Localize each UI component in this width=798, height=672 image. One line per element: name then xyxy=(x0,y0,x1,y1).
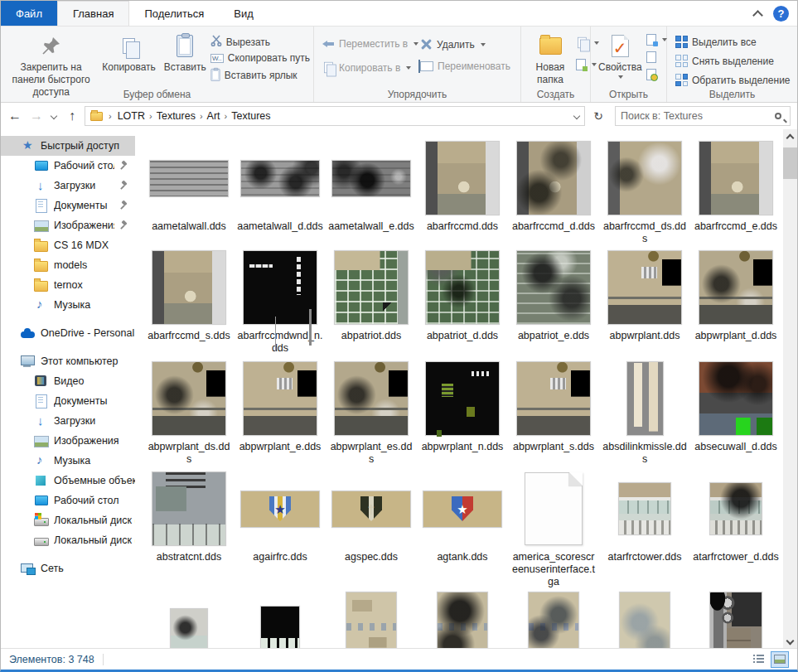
file-item[interactable]: america_scorescreenuserinterface.tga xyxy=(508,470,599,587)
breadcrumb-item[interactable]: Art xyxy=(204,109,224,123)
rename-button[interactable]: Переименовать xyxy=(420,60,510,72)
sidebar-item[interactable]: Сеть xyxy=(1,558,135,578)
file-item[interactable] xyxy=(143,591,235,648)
clipboard-icon xyxy=(177,35,193,57)
file-item[interactable]: abpwrplant.dds xyxy=(599,249,690,342)
file-item[interactable]: ★agtank.dds xyxy=(417,470,508,563)
select-all-button[interactable]: Выделить все xyxy=(675,36,791,48)
address-dropdown-icon[interactable] xyxy=(573,113,581,120)
sidebar-item[interactable]: Музыка xyxy=(1,451,135,471)
sidebar-item[interactable]: Документы xyxy=(1,391,135,411)
details-view-button[interactable] xyxy=(749,651,767,668)
new-folder-button[interactable]: Новая папка xyxy=(525,30,576,89)
file-item[interactable] xyxy=(326,591,417,648)
properties-button[interactable]: Свойства xyxy=(594,30,646,81)
select-none-button[interactable]: Снять выделение xyxy=(675,55,791,67)
sidebar-item[interactable]: Загрузки xyxy=(1,411,135,431)
file-item[interactable]: abpatriot.dds xyxy=(326,249,417,342)
help-button[interactable]: ? xyxy=(773,6,789,22)
file-item[interactable]: absecuwall_d.dds xyxy=(690,360,781,453)
sidebar-item[interactable]: Рабочий стол xyxy=(1,491,135,510)
address-bar[interactable]: › LOTR›Textures›Art›Textures xyxy=(85,106,585,126)
search-icon[interactable] xyxy=(775,113,781,119)
file-item[interactable]: abpwrplant_s.dds xyxy=(508,360,599,453)
sidebar-item[interactable]: Рабочий стол xyxy=(1,156,135,176)
file-item[interactable]: abarfrccmd_e.dds xyxy=(690,139,781,233)
file-item[interactable]: aametalwall_d.dds xyxy=(235,139,326,233)
tab-share[interactable]: Поделиться xyxy=(129,1,219,26)
file-item[interactable]: abarfrccmd_ds.dds xyxy=(599,139,690,245)
refresh-icon[interactable]: ↻ xyxy=(588,109,608,123)
file-item[interactable]: abpwrplant_d.dds xyxy=(690,249,781,342)
scroll-up-icon[interactable] xyxy=(783,129,797,143)
sidebar-item[interactable]: Объемные объекть xyxy=(1,471,135,491)
sidebar-item[interactable]: Изображения xyxy=(1,215,135,235)
file-item[interactable] xyxy=(690,591,781,648)
open-button[interactable] xyxy=(646,34,667,46)
recent-locations-icon[interactable] xyxy=(51,113,58,120)
copy-to-button[interactable]: Копировать в xyxy=(322,60,420,75)
file-item[interactable]: ★agairfrc.dds xyxy=(235,470,326,563)
delete-button[interactable]: Удалить xyxy=(420,38,510,51)
file-item[interactable]: †agspec.dds xyxy=(326,470,417,563)
forward-button[interactable]: → xyxy=(27,107,46,125)
file-item[interactable]: absdilinkmissle.dds xyxy=(599,360,690,466)
file-item[interactable]: abpwrplant_n.dds xyxy=(417,360,508,453)
tab-view[interactable]: Вид xyxy=(219,1,268,26)
vertical-scrollbar[interactable] xyxy=(783,129,797,648)
tab-home[interactable]: Главная xyxy=(57,1,129,26)
scroll-down-icon[interactable] xyxy=(783,634,797,648)
sidebar-item[interactable]: OneDrive - Personal xyxy=(1,323,135,343)
sidebar-item[interactable]: Локальный диск (C xyxy=(1,510,135,530)
file-item[interactable]: atarfrctower_d.dds xyxy=(690,470,781,563)
file-item[interactable]: abpatriot_e.dds xyxy=(508,249,599,342)
file-item[interactable]: abpwrplant_es.dds xyxy=(326,360,417,466)
file-item[interactable] xyxy=(599,591,690,648)
sidebar-item[interactable]: models xyxy=(1,255,135,275)
invert-selection-button[interactable]: Обратить выделение xyxy=(675,74,791,86)
back-button[interactable]: ← xyxy=(6,107,24,125)
file-item[interactable]: abarfrccmdwnd_n.dds xyxy=(235,249,326,355)
search-box[interactable]: Поиск в: Textures xyxy=(615,106,791,126)
edit-button[interactable] xyxy=(646,51,667,63)
file-thumbnail-plant xyxy=(516,361,591,436)
file-item[interactable] xyxy=(235,591,326,648)
copy-button[interactable]: Копировать xyxy=(98,30,160,76)
file-item[interactable] xyxy=(417,591,508,648)
file-item[interactable]: aametalwall_e.dds xyxy=(326,139,417,233)
cut-button[interactable]: Вырезать xyxy=(210,35,310,49)
collapse-ribbon-icon[interactable] xyxy=(753,9,762,17)
move-to-button[interactable]: Переместить в xyxy=(322,38,420,50)
sidebar-item[interactable]: Изображения xyxy=(1,431,135,451)
file-item[interactable]: abarfrccmd_s.dds xyxy=(143,249,235,342)
sidebar-item[interactable]: ternox xyxy=(1,275,135,295)
up-button[interactable]: ↑ xyxy=(63,107,81,125)
sidebar-item[interactable]: Музыка xyxy=(1,295,135,315)
sidebar-item[interactable]: CS 16 MDX xyxy=(1,235,135,255)
sidebar-item[interactable]: Документы xyxy=(1,196,135,215)
sidebar-item[interactable]: Загрузки xyxy=(1,176,135,196)
file-item[interactable]: abarfrccmd.dds xyxy=(417,139,508,233)
scrollbar-thumb[interactable] xyxy=(783,147,797,179)
breadcrumb-item[interactable]: Textures xyxy=(153,109,199,123)
breadcrumb-item[interactable]: Textures xyxy=(228,109,273,123)
tab-file[interactable]: Файл xyxy=(1,1,57,26)
file-item[interactable]: atarfrctower.dds xyxy=(599,470,690,563)
history-button[interactable] xyxy=(646,69,667,80)
paste-shortcut-button[interactable]: Вставить ярлык xyxy=(210,67,310,83)
file-item[interactable]: abarfrccmd_d.dds xyxy=(508,139,599,233)
file-item[interactable] xyxy=(508,591,599,648)
sidebar-item[interactable]: Локальный диск (D xyxy=(1,530,135,550)
sidebar-item[interactable]: Быстрый доступ xyxy=(1,136,135,156)
breadcrumb-item[interactable]: LOTR xyxy=(114,109,148,123)
sidebar-item[interactable]: Видео xyxy=(1,371,135,391)
sidebar-item[interactable]: Этот компьютер xyxy=(1,351,135,371)
file-item[interactable]: abpwrplant_e.dds xyxy=(235,360,326,453)
thumbnails-view-button[interactable] xyxy=(771,651,789,668)
paste-button[interactable]: Вставить xyxy=(160,30,210,76)
file-item[interactable]: abpwrplant_ds.dds xyxy=(143,360,235,466)
file-item[interactable]: abstratcnt.dds xyxy=(143,470,235,563)
file-item[interactable]: aametalwall.dds xyxy=(143,139,235,233)
copy-path-button[interactable]: W.. Скопировать путь xyxy=(210,52,310,64)
file-item[interactable]: abpatriot_d.dds xyxy=(417,249,508,342)
